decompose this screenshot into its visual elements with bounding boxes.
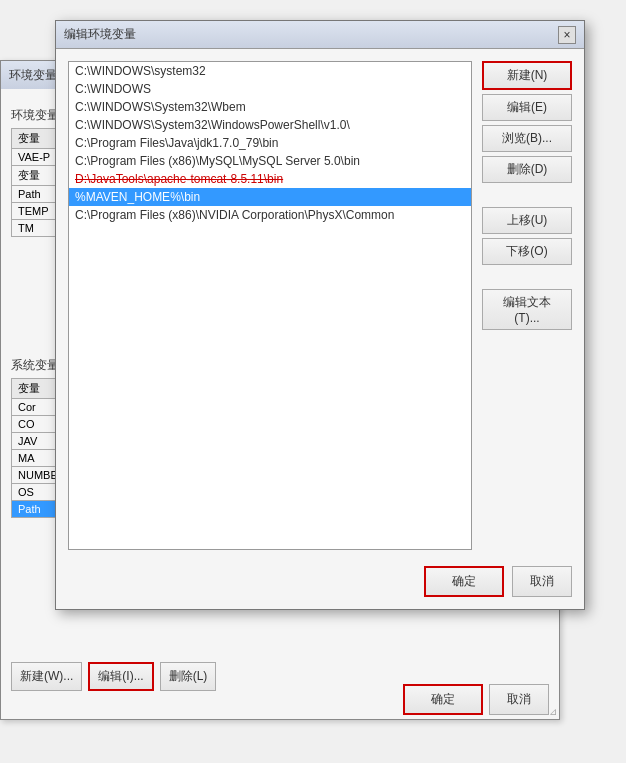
dialog-body: C:\WINDOWS\system32 C:\WINDOWS C:\WINDOW… — [56, 49, 584, 609]
dialog-close-button[interactable]: × — [558, 26, 576, 44]
list-item[interactable]: C:\Program Files\Java\jdk1.7.0_79\bin — [69, 134, 471, 152]
list-area: C:\WINDOWS\system32 C:\WINDOWS C:\WINDOW… — [68, 61, 572, 550]
resize-handle: ⊿ — [549, 706, 557, 717]
bg-ok-cancel: 确定 取消 — [11, 684, 549, 715]
list-item[interactable]: C:\WINDOWS — [69, 80, 471, 98]
list-item[interactable]: C:\WINDOWS\System32\WindowsPowerShell\v1… — [69, 116, 471, 134]
move-down-button[interactable]: 下移(O) — [482, 238, 572, 265]
bg-cancel-button[interactable]: 取消 — [489, 684, 549, 715]
dialog-ok-button[interactable]: 确定 — [424, 566, 504, 597]
bg-ok-button[interactable]: 确定 — [403, 684, 483, 715]
delete-button[interactable]: 删除(D) — [482, 156, 572, 183]
list-item[interactable]: C:\Program Files (x86)\NVIDIA Corporatio… — [69, 206, 471, 224]
spacer2 — [482, 269, 572, 285]
list-items-scroll[interactable]: C:\WINDOWS\system32 C:\WINDOWS C:\WINDOW… — [69, 62, 471, 549]
list-item-strikethrough[interactable]: D:\JavaTools\apache-tomcat-8.5.11\bin — [69, 170, 471, 188]
list-item-selected[interactable]: %MAVEN_HOME%\bin — [69, 188, 471, 206]
list-item[interactable]: C:\Program Files (x86)\MySQL\MySQL Serve… — [69, 152, 471, 170]
list-item[interactable]: C:\WINDOWS\system32 — [69, 62, 471, 80]
env-path-list[interactable]: C:\WINDOWS\system32 C:\WINDOWS C:\WINDOW… — [68, 61, 472, 550]
dialog-cancel-button[interactable]: 取消 — [512, 566, 572, 597]
browse-button[interactable]: 浏览(B)... — [482, 125, 572, 152]
list-item[interactable]: C:\WINDOWS\System32\Wbem — [69, 98, 471, 116]
new-button[interactable]: 新建(N) — [482, 61, 572, 90]
edit-button[interactable]: 编辑(E) — [482, 94, 572, 121]
dialog-bottom-buttons: 确定 取消 — [68, 566, 572, 597]
spacer — [482, 187, 572, 203]
bg-window-title: 环境变量 — [9, 67, 57, 84]
dialog-titlebar: 编辑环境变量 × — [56, 21, 584, 49]
move-up-button[interactable]: 上移(U) — [482, 207, 572, 234]
side-buttons-panel: 新建(N) 编辑(E) 浏览(B)... 删除(D) 上移(U) 下移(O) 编… — [482, 61, 572, 550]
edit-text-button[interactable]: 编辑文本(T)... — [482, 289, 572, 330]
dialog-title: 编辑环境变量 — [64, 26, 136, 43]
edit-env-dialog: 编辑环境变量 × C:\WINDOWS\system32 C:\WINDOWS … — [55, 20, 585, 610]
